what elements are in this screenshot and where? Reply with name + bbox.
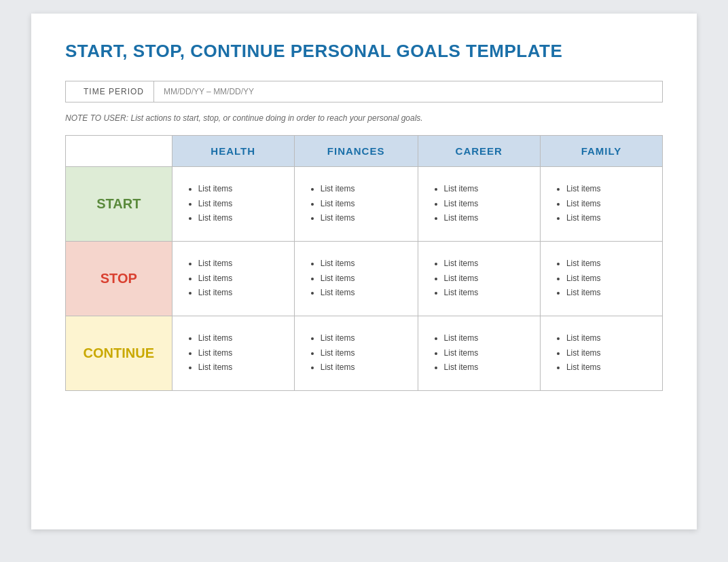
header-row: HEALTH FINANCES CAREER FAMILY — [66, 136, 663, 167]
list-item: List items — [198, 286, 280, 301]
list-item: List items — [198, 331, 280, 346]
list-item: List items — [566, 257, 649, 271]
list-item: List items — [444, 257, 526, 271]
list-item: List items — [566, 331, 649, 346]
time-period-value: MM/DD/YY – MM/DD/YY — [154, 81, 662, 102]
table-row: STARTList itemsList itemsList itemsList … — [66, 167, 663, 242]
list-item: List items — [198, 197, 280, 212]
list-item: List items — [566, 346, 649, 361]
list-item: List items — [198, 271, 280, 286]
cell-start-col2: List itemsList itemsList items — [418, 167, 540, 242]
list-item: List items — [566, 182, 649, 197]
row-label-stop: STOP — [66, 242, 172, 316]
list-item: List items — [566, 286, 649, 301]
col-career: CAREER — [418, 136, 540, 167]
list-item: List items — [321, 286, 404, 301]
cell-continue-col1: List itemsList itemsList items — [294, 316, 418, 391]
goals-table: HEALTH FINANCES CAREER FAMILY STARTList … — [65, 135, 663, 391]
list-item: List items — [566, 211, 649, 226]
cell-start-col1: List itemsList itemsList items — [294, 167, 418, 242]
cell-start-col0: List itemsList itemsList items — [172, 167, 294, 242]
list-item: List items — [321, 197, 404, 212]
list-item: List items — [198, 182, 280, 197]
list-item: List items — [198, 257, 280, 271]
list-item: List items — [198, 211, 280, 226]
list-item: List items — [321, 346, 404, 361]
table-row: CONTINUEList itemsList itemsList itemsLi… — [66, 316, 663, 391]
row-label-start: START — [66, 167, 172, 242]
empty-header-cell — [66, 136, 172, 167]
list-item: List items — [444, 331, 526, 346]
list-item: List items — [321, 360, 404, 375]
cell-stop-col2: List itemsList itemsList items — [418, 242, 540, 316]
cell-start-col3: List itemsList itemsList items — [540, 167, 662, 242]
page-container: START, STOP, CONTINUE PERSONAL GOALS TEM… — [31, 14, 697, 529]
list-item: List items — [566, 360, 649, 375]
list-item: List items — [566, 271, 649, 286]
list-item: List items — [444, 271, 526, 286]
cell-stop-col1: List itemsList itemsList items — [294, 242, 418, 316]
list-item: List items — [321, 257, 404, 271]
cell-stop-col3: List itemsList itemsList items — [540, 242, 662, 316]
page-title: START, STOP, CONTINUE PERSONAL GOALS TEM… — [65, 41, 663, 62]
list-item: List items — [444, 182, 526, 197]
list-item: List items — [444, 286, 526, 301]
list-item: List items — [444, 360, 526, 375]
list-item: List items — [321, 271, 404, 286]
cell-continue-col3: List itemsList itemsList items — [540, 316, 662, 391]
cell-continue-col0: List itemsList itemsList items — [172, 316, 294, 391]
table-row: STOPList itemsList itemsList itemsList i… — [66, 242, 663, 316]
col-family: FAMILY — [540, 136, 662, 167]
list-item: List items — [566, 197, 649, 212]
note-text: NOTE TO USER: List actions to start, sto… — [65, 113, 663, 123]
time-period-label: TIME PERIOD — [66, 81, 154, 102]
list-item: List items — [321, 211, 404, 226]
row-label-continue: CONTINUE — [66, 316, 172, 391]
list-item: List items — [198, 346, 280, 361]
list-item: List items — [198, 360, 280, 375]
list-item: List items — [444, 211, 526, 226]
list-item: List items — [444, 346, 526, 361]
list-item: List items — [321, 331, 404, 346]
time-period-row: TIME PERIOD MM/DD/YY – MM/DD/YY — [65, 81, 663, 102]
list-item: List items — [321, 182, 404, 197]
cell-continue-col2: List itemsList itemsList items — [418, 316, 540, 391]
cell-stop-col0: List itemsList itemsList items — [172, 242, 294, 316]
list-item: List items — [444, 197, 526, 212]
col-health: HEALTH — [172, 136, 294, 167]
col-finances: FINANCES — [294, 136, 418, 167]
